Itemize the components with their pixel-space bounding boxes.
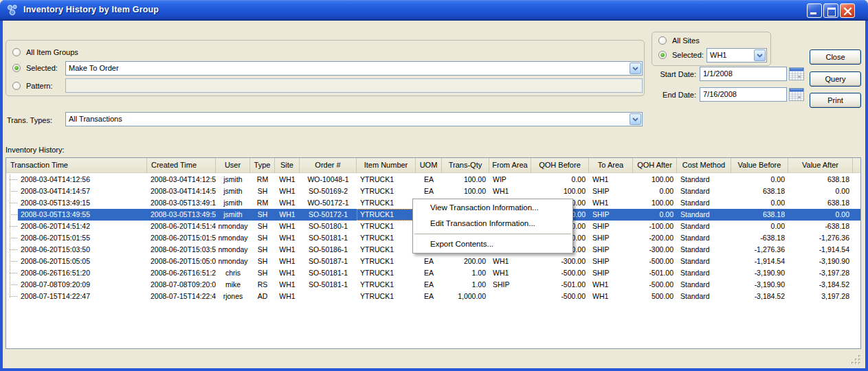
cell: -300.00	[531, 256, 589, 267]
cell: 2008-07-15T14:22:47	[6, 291, 147, 302]
cell: SO-50187-1	[300, 256, 357, 267]
column-header-created-time[interactable]: Created Time	[147, 158, 216, 173]
cell: WH1	[489, 267, 531, 279]
window-edge-right	[865, 21, 868, 371]
cell: -3,184.52	[731, 291, 788, 302]
all-item-groups-radio[interactable]	[12, 48, 21, 56]
cell: -1,276.36	[731, 244, 788, 256]
table-row[interactable]: 2008-06-20T15:05:052008-06-20T15:05:05nm…	[6, 256, 860, 267]
item-group-icon	[6, 4, 19, 16]
column-header-transaction-time[interactable]: Transaction Time	[6, 158, 147, 173]
cell: Standard	[677, 267, 731, 279]
cell: SHIP	[589, 256, 633, 267]
cell: YTRUCK1	[357, 221, 416, 232]
cell: WH1	[489, 186, 531, 197]
cell: -300.00	[633, 244, 677, 256]
calendar-icon[interactable]	[789, 88, 804, 101]
cell: nmonday	[216, 244, 250, 256]
start-date-input[interactable]: 1/1/2008	[700, 67, 787, 81]
cell: EA	[416, 186, 442, 197]
cell: -501.00	[633, 267, 677, 279]
column-header-type[interactable]: Type	[250, 158, 275, 173]
cell: WH1	[275, 197, 300, 209]
item-group-select[interactable]: Make To Order	[65, 61, 643, 76]
cell: YTRUCK1	[357, 267, 416, 279]
column-header-trans-qty[interactable]: Trans-Qty	[442, 158, 489, 173]
cell: -100.00	[633, 221, 677, 232]
cell: WH1	[275, 291, 300, 302]
close-button[interactable]: Close	[810, 49, 861, 65]
app-window: Inventory History by Item Group All Item…	[0, 0, 868, 371]
column-header-qoh-before[interactable]: QOH Before	[531, 158, 589, 173]
item-group-pattern-radio[interactable]	[12, 82, 21, 90]
cell: 2008-03-04T14:12:56	[6, 174, 147, 186]
cell: SO-50172-1	[300, 209, 357, 221]
cell: Standard	[677, 221, 731, 232]
column-header-to-area[interactable]: To Area	[589, 158, 633, 173]
chevron-down-icon[interactable]	[630, 63, 641, 74]
all-sites-radio[interactable]	[658, 36, 667, 45]
maximize-button[interactable]	[823, 3, 838, 18]
trans-types-select[interactable]: All Transactions	[65, 112, 643, 126]
cell: 0.00	[633, 209, 677, 221]
cell: 2008-06-26T16:51:20	[147, 267, 216, 279]
cell: 0.00	[788, 186, 853, 197]
cell: SO-50181-1	[300, 279, 357, 291]
column-header-site[interactable]: Site	[275, 158, 300, 173]
item-group-pattern-input[interactable]	[65, 78, 643, 93]
site-selected-radio[interactable]	[658, 51, 667, 59]
column-header-qoh-after[interactable]: QOH After	[633, 158, 677, 173]
context-menu: View Transaction Information... Edit Tra…	[412, 199, 573, 254]
column-header-uom[interactable]: UOM	[416, 158, 442, 173]
menu-separator	[414, 234, 571, 234]
table-row[interactable]: 2008-07-08T09:20:092008-07-08T09:20:09mi…	[6, 279, 860, 291]
calendar-icon[interactable]	[789, 67, 804, 80]
cell: Standard	[677, 256, 731, 267]
cell: -3,190.90	[788, 256, 853, 267]
cell: 500.00	[633, 291, 677, 302]
cell: -3,190.90	[731, 267, 788, 279]
column-header-value-after[interactable]: Value After	[788, 158, 853, 173]
column-header-order-[interactable]: Order #	[300, 158, 357, 173]
end-date-input[interactable]: 7/16/2008	[700, 87, 787, 102]
minimize-button[interactable]	[807, 3, 822, 18]
chevron-down-icon[interactable]	[630, 113, 641, 125]
item-group-selected-label: Selected:	[26, 64, 58, 72]
column-header-cost-method[interactable]: Cost Method	[677, 158, 731, 173]
table-header-row: Transaction TimeCreated TimeUserTypeSite…	[6, 158, 860, 173]
cell: 100.00	[633, 174, 677, 186]
table-row[interactable]: 2008-03-04T14:14:572008-03-04T14:14:57js…	[6, 186, 860, 197]
chevron-down-icon[interactable]	[754, 49, 766, 61]
menu-item-edit-transaction[interactable]: Edit Transaction Information...	[413, 216, 572, 232]
cell: RM	[250, 197, 275, 209]
cell: SH	[250, 244, 275, 256]
menu-item-view-transaction[interactable]: View Transaction Information...	[413, 200, 572, 216]
cell: YTRUCK1	[357, 279, 416, 291]
column-header-item-number[interactable]: Item Number	[357, 158, 416, 173]
table-row[interactable]: 2008-07-15T14:22:472008-07-15T14:22:47rj…	[6, 291, 860, 302]
close-window-button[interactable]	[840, 3, 855, 18]
query-button[interactable]: Query	[810, 71, 861, 87]
column-header-value-before[interactable]: Value Before	[731, 158, 788, 173]
titlebar[interactable]: Inventory History by Item Group	[0, 0, 868, 21]
table-row[interactable]: 2008-03-04T14:12:562008-03-04T14:12:56js…	[6, 174, 860, 186]
column-header-user[interactable]: User	[216, 158, 250, 173]
cell: -500.00	[633, 279, 677, 291]
resize-grip[interactable]	[850, 354, 861, 365]
print-button[interactable]: Print	[810, 93, 861, 108]
item-group-selected-radio[interactable]	[12, 64, 21, 72]
cell: WO-10048-1	[300, 174, 357, 186]
cell: 2008-06-20T15:05:05	[6, 256, 147, 267]
cell: SHIP	[589, 209, 633, 221]
cell: 100.00	[442, 174, 489, 186]
cell: 100.00	[531, 186, 589, 197]
table-row[interactable]: 2008-06-26T16:51:202008-06-26T16:51:20ch…	[6, 267, 860, 279]
cell: Standard	[677, 232, 731, 244]
cell: -500.00	[633, 256, 677, 267]
cell: EA	[416, 267, 442, 279]
site-select[interactable]: WH1	[706, 48, 767, 63]
cell: -3,190.90	[731, 279, 788, 291]
menu-item-export-contents[interactable]: Export Contents...	[413, 236, 572, 252]
cell: WH1	[275, 267, 300, 279]
column-header-from-area[interactable]: From Area	[489, 158, 531, 173]
